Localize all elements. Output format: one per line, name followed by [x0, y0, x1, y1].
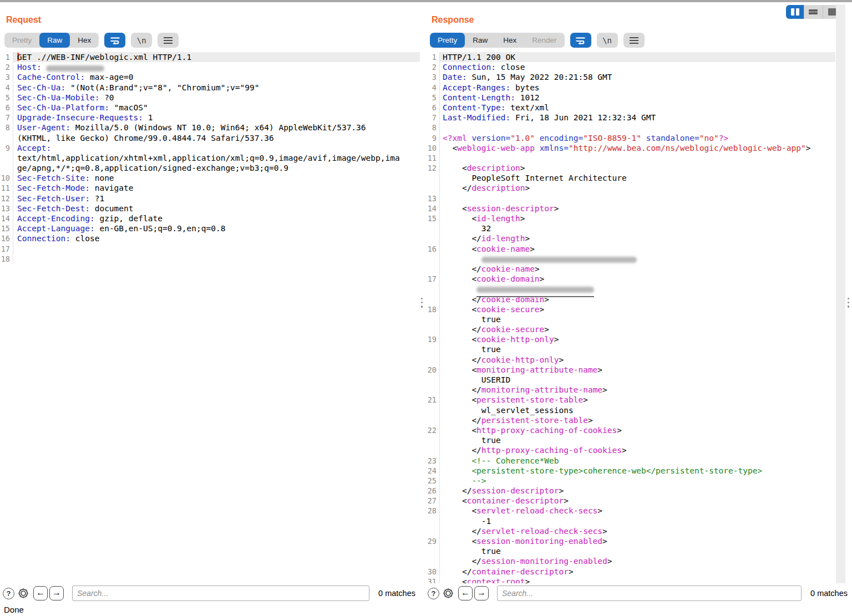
- code-line[interactable]: GET .//WEB-INF/weblogic.xml HTTP/1.1: [13, 52, 420, 62]
- code-line[interactable]: <session-monitoring-enabled>: [440, 536, 835, 546]
- request-editor[interactable]: 1GET .//WEB-INF/weblogic.xml HTTP/1.12Ho…: [0, 52, 420, 583]
- code-line[interactable]: PeopleSoft Internet Architecture: [440, 173, 835, 183]
- settings-gear-icon[interactable]: [17, 587, 29, 599]
- code-line[interactable]: <cookie-name>: [440, 244, 835, 254]
- wrap-lines-button[interactable]: [570, 33, 591, 48]
- show-newlines-button[interactable]: \n: [597, 33, 618, 48]
- code-line[interactable]: Accept-Language: en-GB,en-US;q=0.9,en;q=…: [13, 223, 420, 233]
- code-line[interactable]: Sec-Ch-Ua-Platform: "macOS": [13, 103, 420, 113]
- code-line[interactable]: Upgrade-Insecure-Requests: 1: [13, 113, 420, 123]
- help-icon[interactable]: ?: [3, 588, 14, 599]
- code-line[interactable]: </session-monitoring-enabled>: [440, 556, 835, 566]
- code-line[interactable]: </cookie-secure>: [440, 324, 835, 334]
- search-prev-button[interactable]: ←: [458, 586, 473, 600]
- code-line[interactable]: Sec-Fetch-Dest: document: [13, 203, 420, 213]
- code-line[interactable]: </monitoring-attribute-name>: [440, 385, 835, 395]
- code-line[interactable]: Connection: close: [440, 62, 835, 72]
- code-line[interactable]: </cookie-name>: [440, 264, 835, 274]
- code-line[interactable]: Connection: close: [13, 233, 420, 243]
- code-line[interactable]: </cookie-http-only>: [440, 355, 835, 365]
- code-line[interactable]: Sec-Fetch-Site: none: [13, 173, 420, 183]
- code-line[interactable]: <!-- Coherence*Web: [440, 456, 835, 466]
- editor-menu-button[interactable]: [158, 33, 179, 48]
- code-line[interactable]: <servlet-reload-check-secs>: [440, 506, 835, 516]
- code-line[interactable]: 32: [440, 223, 835, 233]
- code-line[interactable]: <container-descriptor>: [440, 496, 835, 506]
- code-line[interactable]: Accept:: [13, 143, 420, 153]
- code-line[interactable]: [440, 153, 835, 163]
- code-line[interactable]: Content-Type: text/xml: [440, 103, 835, 113]
- code-line[interactable]: [440, 254, 835, 264]
- code-line[interactable]: true: [440, 314, 835, 324]
- code-line[interactable]: User-Agent: Mozilla/5.0 (Windows NT 10.0…: [13, 123, 420, 133]
- code-line[interactable]: Sec-Fetch-User: ?1: [13, 194, 420, 203]
- code-line[interactable]: [440, 284, 835, 294]
- search-prev-button[interactable]: ←: [33, 586, 48, 600]
- code-line[interactable]: <session-descriptor>: [440, 203, 835, 213]
- code-line[interactable]: <context-root>: [440, 577, 835, 583]
- code-line[interactable]: Host:: [13, 62, 420, 72]
- code-line[interactable]: Cache-Control: max-age=0: [13, 72, 420, 82]
- tab-raw[interactable]: Raw: [465, 33, 495, 48]
- code-line[interactable]: HTTP/1.1 200 OK: [440, 52, 835, 62]
- tab-pretty[interactable]: Pretty: [430, 33, 465, 48]
- code-line[interactable]: true: [440, 435, 835, 445]
- code-line[interactable]: Accept-Ranges: bytes: [440, 83, 835, 93]
- code-line[interactable]: <persistent-store-table>: [440, 395, 835, 405]
- code-line[interactable]: <monitoring-attribute-name>: [440, 365, 835, 375]
- code-line[interactable]: <cookie-http-only>: [440, 334, 835, 344]
- search-next-button[interactable]: →: [474, 586, 489, 600]
- code-line[interactable]: wl_servlet_sessions: [440, 405, 835, 415]
- settings-gear-icon[interactable]: [442, 587, 454, 599]
- tab-hex[interactable]: Hex: [495, 33, 524, 48]
- code-line[interactable]: USERID: [440, 375, 835, 385]
- show-newlines-button[interactable]: \n: [131, 33, 152, 48]
- inspector-splitter-handle[interactable]: [848, 298, 849, 308]
- code-line[interactable]: </cookie-domain>: [440, 294, 835, 304]
- code-line[interactable]: </servlet-reload-check-secs>: [440, 526, 835, 536]
- search-next-button[interactable]: →: [49, 586, 64, 600]
- wrap-lines-button[interactable]: [104, 33, 125, 48]
- tab-raw[interactable]: Raw: [39, 33, 70, 48]
- code-line[interactable]: [13, 244, 420, 254]
- search-input[interactable]: [72, 586, 369, 601]
- code-line[interactable]: </container-descriptor>: [440, 567, 835, 577]
- search-input[interactable]: [497, 586, 802, 601]
- tab-hex[interactable]: Hex: [70, 33, 99, 48]
- code-line[interactable]: </id-length>: [440, 233, 835, 243]
- code-line[interactable]: </http-proxy-caching-of-cookies>: [440, 445, 835, 455]
- code-line[interactable]: <?xml version="1.0" encoding="ISO-8859-1…: [440, 133, 835, 143]
- code-line[interactable]: Sec-Fetch-Mode: navigate: [13, 183, 420, 193]
- layout-columns-icon[interactable]: [786, 5, 804, 19]
- code-line[interactable]: <cookie-secure>: [440, 304, 835, 314]
- code-line[interactable]: </session-descriptor>: [440, 486, 835, 496]
- code-line[interactable]: Sec-Ch-Ua-Mobile: ?0: [13, 93, 420, 103]
- help-icon[interactable]: ?: [428, 588, 439, 599]
- code-line[interactable]: Last-Modified: Fri, 18 Jun 2021 12:32:34…: [440, 113, 835, 123]
- response-editor[interactable]: 1HTTP/1.1 200 OK2Connection: close3Date:…: [424, 52, 835, 583]
- code-line[interactable]: [440, 194, 835, 203]
- code-line[interactable]: </persistent-store-table>: [440, 415, 835, 425]
- code-line[interactable]: true: [440, 546, 835, 556]
- code-line[interactable]: Accept-Encoding: gzip, deflate: [13, 213, 420, 223]
- code-line[interactable]: <id-length>: [440, 213, 835, 223]
- code-line[interactable]: text/html,application/xhtml+xml,applicat…: [13, 153, 420, 163]
- code-line[interactable]: <cookie-domain>: [440, 274, 835, 284]
- code-line[interactable]: -1: [440, 516, 835, 526]
- code-line[interactable]: Sec-Ch-Ua: "(Not(A:Brand";v="8", "Chromi…: [13, 83, 420, 93]
- code-line[interactable]: <persistent-store-type>coherence-web</pe…: [440, 466, 835, 476]
- code-line[interactable]: (KHTML, like Gecko) Chrome/99.0.4844.74 …: [13, 133, 420, 143]
- code-line[interactable]: Date: Sun, 15 May 2022 20:21:58 GMT: [440, 72, 835, 82]
- code-line[interactable]: </description>: [440, 183, 835, 193]
- code-line[interactable]: [440, 123, 835, 133]
- layout-rows-icon[interactable]: [804, 5, 823, 19]
- code-line[interactable]: true: [440, 344, 835, 354]
- code-line[interactable]: <weblogic-web-app xmlns="http://www.bea.…: [440, 143, 835, 153]
- code-line[interactable]: ge/apng,*/*;q=0.8,application/signed-exc…: [13, 163, 420, 173]
- code-line[interactable]: -->: [440, 476, 835, 486]
- panel-splitter-handle[interactable]: [421, 298, 423, 308]
- code-line[interactable]: <http-proxy-caching-of-cookies>: [440, 425, 835, 435]
- code-line[interactable]: <description>: [440, 163, 835, 173]
- editor-menu-button[interactable]: [623, 33, 645, 48]
- code-line[interactable]: [13, 254, 420, 264]
